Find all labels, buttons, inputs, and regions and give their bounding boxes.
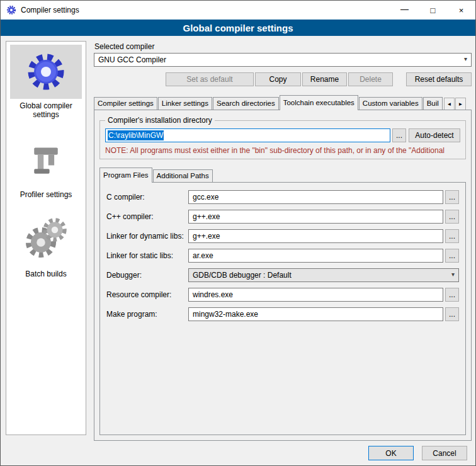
form-row-static-linker: Linker for static libs: ar.exe ... (106, 249, 459, 263)
form-row-dynamic-linker: Linker for dynamic libs: g++.exe ... (106, 229, 459, 243)
resource-compiler-value: windres.exe (193, 290, 233, 299)
form-row-resource-compiler: Resource compiler: windres.exe ... (106, 288, 459, 302)
maximize-button[interactable]: □ (419, 1, 447, 20)
tab-compiler-settings[interactable]: Compiler settings (94, 97, 157, 110)
toolchain-executables-page: Compiler's installation directory C:\ray… (94, 110, 472, 441)
debugger-label: Debugger: (106, 271, 188, 280)
global-compiler-gear-icon (10, 45, 82, 99)
profiler-tool-icon (10, 134, 82, 188)
installation-directory-row: C:\raylib\MinGW ... Auto-detect (105, 128, 460, 142)
title-bar[interactable]: Compiler settings — □ × (1, 1, 475, 20)
dialog-footer: OK Cancel (368, 446, 467, 460)
installation-note: NOTE: All programs must exist either in … (105, 146, 460, 155)
dialog-header: Global compiler settings (1, 20, 475, 36)
batch-builds-gears-icon (10, 213, 82, 267)
chevron-down-icon: ▾ (451, 271, 455, 278)
copy-button[interactable]: Copy (255, 72, 301, 86)
subtab-additional-paths[interactable]: Additional Paths (153, 169, 213, 183)
selected-compiler-value: GNU GCC Compiler (98, 55, 166, 64)
dialog-header-title: Global compiler settings (183, 23, 293, 33)
c-compiler-browse-button[interactable]: ... (445, 190, 459, 204)
make-program-input[interactable]: mingw32-make.exe (188, 307, 443, 321)
tab-scroll-right-button[interactable]: ► (455, 98, 466, 110)
resource-compiler-label: Resource compiler: (106, 290, 188, 299)
minimize-button[interactable]: — (390, 1, 419, 20)
subtab-program-files[interactable]: Program Files (99, 168, 152, 183)
tab-build-options[interactable]: Buil (423, 97, 443, 110)
dynamic-linker-value: g++.exe (193, 232, 220, 241)
cpp-compiler-input[interactable]: g++.exe (188, 210, 443, 224)
auto-detect-button[interactable]: Auto-detect (409, 128, 460, 142)
reset-defaults-button[interactable]: Reset defaults (406, 72, 472, 86)
cpp-compiler-label: C++ compiler: (106, 212, 188, 221)
make-program-browse-button[interactable]: ... (445, 307, 459, 321)
dynamic-linker-label: Linker for dynamic libs: (106, 232, 188, 241)
static-linker-browse-button[interactable]: ... (445, 249, 459, 263)
debugger-value: GDB/CDB debugger : Default (193, 271, 292, 280)
delete-button: Delete (348, 72, 393, 86)
static-linker-value: ar.exe (193, 251, 213, 260)
c-compiler-label: C compiler: (106, 193, 188, 202)
ok-button[interactable]: OK (368, 446, 414, 460)
form-row-c-compiler: C compiler: gcc.exe ... (106, 190, 459, 204)
sidebar-item-label: Global compiler settings (9, 99, 82, 120)
c-compiler-value: gcc.exe (193, 193, 218, 202)
chevron-down-icon: ▾ (464, 55, 467, 62)
arrow-right-icon: ► (458, 101, 463, 107)
make-program-label: Make program: (106, 310, 188, 319)
installation-directory-groupbox: Compiler's installation directory C:\ray… (99, 120, 466, 159)
installation-directory-browse-button[interactable]: ... (392, 128, 406, 142)
program-files-panel: C compiler: gcc.exe ... C++ compiler: g+… (99, 182, 466, 435)
main-content: Selected compiler GNU GCC Compiler ▾ Set… (94, 38, 472, 441)
dynamic-linker-input[interactable]: g++.exe (188, 229, 443, 243)
make-program-value: mingw32-make.exe (193, 310, 258, 319)
tab-search-directories[interactable]: Search directories (213, 97, 279, 110)
tab-scroll-left-button[interactable]: ◄ (444, 98, 455, 110)
form-row-make-program: Make program: mingw32-make.exe ... (106, 307, 459, 321)
maximize-icon: □ (431, 6, 436, 15)
window-title: Compiler settings (21, 6, 79, 14)
static-linker-input[interactable]: ar.exe (188, 249, 443, 263)
form-row-cpp-compiler: C++ compiler: g++.exe ... (106, 210, 459, 224)
c-compiler-input[interactable]: gcc.exe (188, 190, 443, 204)
tab-linker-settings[interactable]: Linker settings (158, 97, 212, 110)
static-linker-label: Linker for static libs: (106, 251, 188, 260)
sidebar-item-batch-builds[interactable]: Batch builds (9, 213, 82, 278)
sidebar-item-label: Batch builds (24, 267, 67, 278)
sidebar-item-global-compiler-settings[interactable]: Global compiler settings (9, 45, 82, 120)
arrow-left-icon: ◄ (446, 101, 451, 107)
executables-subtabbar: Program Files Additional Paths (99, 168, 466, 183)
sidebar-item-profiler-settings[interactable]: Profiler settings (9, 134, 82, 199)
dynamic-linker-browse-button[interactable]: ... (445, 229, 459, 243)
tab-custom-variables[interactable]: Custom variables (359, 97, 422, 110)
installation-directory-input[interactable]: C:\raylib\MinGW (105, 128, 390, 142)
tab-toolchain-executables[interactable]: Toolchain executables (280, 95, 358, 110)
form-row-debugger: Debugger: GDB/CDB debugger : Default ▾ (106, 268, 459, 282)
compiler-settings-dialog: Compiler settings — □ × Global compiler … (0, 0, 476, 466)
resource-compiler-input[interactable]: windres.exe (188, 288, 443, 302)
installation-directory-label: Compiler's installation directory (105, 116, 215, 125)
debugger-dropdown[interactable]: GDB/CDB debugger : Default ▾ (188, 268, 459, 282)
cpp-compiler-value: g++.exe (193, 212, 220, 221)
compiler-actions-toolbar: Set as default Copy Rename Delete Reset … (94, 72, 472, 86)
installation-directory-value: C:\raylib\MinGW (108, 130, 164, 140)
set-as-default-button: Set as default (166, 72, 254, 86)
close-button[interactable]: × (447, 1, 475, 20)
selected-compiler-dropdown[interactable]: GNU GCC Compiler ▾ (94, 53, 472, 67)
window-controls: — □ × (390, 1, 475, 20)
settings-category-sidebar: Global compiler settings Profiler settin… (6, 41, 86, 435)
selected-compiler-label: Selected compiler (94, 42, 472, 51)
cancel-button[interactable]: Cancel (422, 446, 467, 460)
sidebar-item-label: Profiler settings (19, 188, 74, 199)
minimize-icon: — (400, 4, 409, 14)
rename-button[interactable]: Rename (302, 72, 347, 86)
close-icon: × (459, 6, 464, 15)
settings-tabbar: Compiler settings Linker settings Search… (94, 95, 472, 110)
resource-compiler-browse-button[interactable]: ... (445, 288, 459, 302)
app-icon (6, 4, 17, 16)
cpp-compiler-browse-button[interactable]: ... (445, 210, 459, 224)
